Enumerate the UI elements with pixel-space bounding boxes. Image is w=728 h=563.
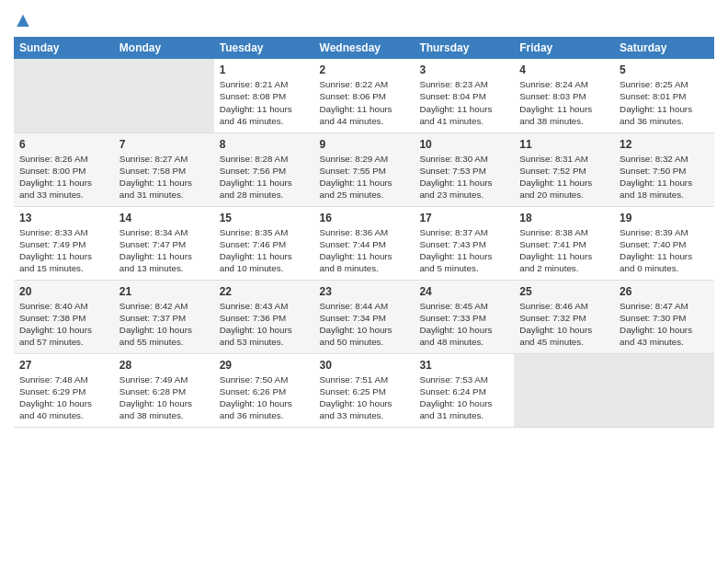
- calendar-cell: 25Sunrise: 8:46 AMSunset: 7:32 PMDayligh…: [514, 280, 614, 353]
- calendar-cell: 22Sunrise: 8:43 AMSunset: 7:36 PMDayligh…: [214, 280, 314, 353]
- day-info: Sunrise: 8:30 AMSunset: 7:53 PMDaylight:…: [419, 153, 508, 201]
- day-number: 6: [19, 137, 108, 152]
- day-info: Sunrise: 8:40 AMSunset: 7:38 PMDaylight:…: [19, 300, 108, 349]
- day-info: Sunrise: 7:53 AMSunset: 6:24 PMDaylight:…: [419, 373, 508, 422]
- calendar-cell: 26Sunrise: 8:47 AMSunset: 7:30 PMDayligh…: [614, 280, 714, 353]
- day-number: 9: [320, 137, 409, 152]
- calendar-cell: 13Sunrise: 8:33 AMSunset: 7:49 PMDayligh…: [14, 206, 114, 280]
- logo: [14, 13, 36, 31]
- day-number: 5: [620, 63, 709, 77]
- week-row-2: 6Sunrise: 8:26 AMSunset: 8:00 PMDaylight…: [14, 132, 714, 206]
- week-row-3: 13Sunrise: 8:33 AMSunset: 7:49 PMDayligh…: [14, 206, 714, 280]
- day-info: Sunrise: 8:45 AMSunset: 7:33 PMDaylight:…: [419, 300, 508, 349]
- day-info: Sunrise: 8:37 AMSunset: 7:43 PMDaylight:…: [419, 226, 508, 275]
- svg-marker-0: [17, 15, 28, 27]
- calendar-cell: 2Sunrise: 8:22 AMSunset: 8:06 PMDaylight…: [314, 59, 415, 132]
- day-number: 21: [119, 284, 209, 299]
- day-number: 12: [620, 137, 709, 152]
- calendar-cell: 16Sunrise: 8:36 AMSunset: 7:44 PMDayligh…: [314, 206, 415, 280]
- day-info: Sunrise: 7:48 AMSunset: 6:29 PMDaylight:…: [19, 373, 108, 422]
- calendar-cell: 17Sunrise: 8:37 AMSunset: 7:43 PMDayligh…: [414, 206, 514, 280]
- calendar-cell: 23Sunrise: 8:44 AMSunset: 7:34 PMDayligh…: [314, 280, 415, 353]
- calendar-cell: [14, 59, 114, 132]
- day-number: 1: [220, 63, 309, 77]
- day-number: 4: [519, 63, 609, 77]
- calendar-cell: 20Sunrise: 8:40 AMSunset: 7:38 PMDayligh…: [14, 280, 114, 353]
- day-number: 28: [119, 358, 209, 373]
- col-header-thursday: Thursday: [414, 37, 514, 59]
- logo-icon: [14, 13, 32, 31]
- calendar-cell: 10Sunrise: 8:30 AMSunset: 7:53 PMDayligh…: [414, 132, 514, 206]
- calendar-cell: [114, 59, 214, 132]
- calendar-cell: 8Sunrise: 8:28 AMSunset: 7:56 PMDaylight…: [214, 132, 314, 206]
- day-info: Sunrise: 8:34 AMSunset: 7:47 PMDaylight:…: [119, 226, 209, 275]
- calendar-cell: 7Sunrise: 8:27 AMSunset: 7:58 PMDaylight…: [114, 132, 214, 206]
- day-number: 3: [419, 63, 508, 77]
- day-info: Sunrise: 8:38 AMSunset: 7:41 PMDaylight:…: [519, 226, 609, 275]
- calendar-cell: 28Sunrise: 7:49 AMSunset: 6:28 PMDayligh…: [114, 353, 214, 427]
- day-number: 23: [320, 284, 409, 299]
- day-info: Sunrise: 8:24 AMSunset: 8:03 PMDaylight:…: [519, 78, 609, 127]
- day-number: 16: [320, 211, 409, 225]
- col-header-saturday: Saturday: [614, 37, 714, 59]
- calendar-cell: 30Sunrise: 7:51 AMSunset: 6:25 PMDayligh…: [314, 353, 415, 427]
- day-number: 24: [419, 284, 508, 299]
- day-info: Sunrise: 8:39 AMSunset: 7:40 PMDaylight:…: [620, 226, 709, 275]
- col-header-monday: Monday: [114, 37, 214, 59]
- day-info: Sunrise: 8:27 AMSunset: 7:58 PMDaylight:…: [119, 153, 209, 201]
- col-header-friday: Friday: [514, 37, 614, 59]
- calendar-cell: 15Sunrise: 8:35 AMSunset: 7:46 PMDayligh…: [214, 206, 314, 280]
- calendar-table: SundayMondayTuesdayWednesdayThursdayFrid…: [14, 37, 714, 428]
- day-number: 7: [119, 137, 209, 152]
- col-header-tuesday: Tuesday: [214, 37, 314, 59]
- day-info: Sunrise: 8:26 AMSunset: 8:00 PMDaylight:…: [19, 153, 108, 201]
- day-info: Sunrise: 8:25 AMSunset: 8:01 PMDaylight:…: [620, 78, 709, 127]
- calendar-cell: 3Sunrise: 8:23 AMSunset: 8:04 PMDaylight…: [414, 59, 514, 132]
- day-info: Sunrise: 7:51 AMSunset: 6:25 PMDaylight:…: [320, 373, 409, 422]
- calendar-cell: 14Sunrise: 8:34 AMSunset: 7:47 PMDayligh…: [114, 206, 214, 280]
- calendar-cell: 5Sunrise: 8:25 AMSunset: 8:01 PMDaylight…: [614, 59, 714, 132]
- calendar-cell: 31Sunrise: 7:53 AMSunset: 6:24 PMDayligh…: [414, 353, 514, 427]
- calendar-cell: 19Sunrise: 8:39 AMSunset: 7:40 PMDayligh…: [614, 206, 714, 280]
- col-header-sunday: Sunday: [14, 37, 114, 59]
- day-number: 17: [419, 211, 508, 225]
- day-info: Sunrise: 8:36 AMSunset: 7:44 PMDaylight:…: [320, 226, 409, 275]
- col-header-wednesday: Wednesday: [314, 37, 415, 59]
- day-number: 15: [220, 211, 309, 225]
- day-number: 25: [519, 284, 609, 299]
- day-number: 30: [320, 358, 409, 373]
- day-info: Sunrise: 8:46 AMSunset: 7:32 PMDaylight:…: [519, 300, 609, 349]
- main-container: SundayMondayTuesdayWednesdayThursdayFrid…: [0, 0, 728, 437]
- week-row-1: 1Sunrise: 8:21 AMSunset: 8:08 PMDaylight…: [14, 59, 714, 132]
- day-info: Sunrise: 8:47 AMSunset: 7:30 PMDaylight:…: [620, 300, 709, 349]
- week-row-4: 20Sunrise: 8:40 AMSunset: 7:38 PMDayligh…: [14, 280, 714, 353]
- calendar-cell: 1Sunrise: 8:21 AMSunset: 8:08 PMDaylight…: [214, 59, 314, 132]
- calendar-cell: 6Sunrise: 8:26 AMSunset: 8:00 PMDaylight…: [14, 132, 114, 206]
- day-info: Sunrise: 8:29 AMSunset: 7:55 PMDaylight:…: [320, 153, 409, 201]
- day-number: 26: [620, 284, 709, 299]
- day-info: Sunrise: 8:22 AMSunset: 8:06 PMDaylight:…: [320, 78, 409, 127]
- day-number: 29: [220, 358, 309, 373]
- calendar-header: SundayMondayTuesdayWednesdayThursdayFrid…: [14, 37, 714, 59]
- week-row-5: 27Sunrise: 7:48 AMSunset: 6:29 PMDayligh…: [14, 353, 714, 427]
- day-info: Sunrise: 8:43 AMSunset: 7:36 PMDaylight:…: [220, 300, 309, 349]
- day-info: Sunrise: 8:21 AMSunset: 8:08 PMDaylight:…: [220, 78, 309, 127]
- day-number: 13: [19, 211, 108, 225]
- calendar-cell: 24Sunrise: 8:45 AMSunset: 7:33 PMDayligh…: [414, 280, 514, 353]
- day-number: 27: [19, 358, 108, 373]
- day-number: 8: [220, 137, 309, 152]
- day-info: Sunrise: 8:23 AMSunset: 8:04 PMDaylight:…: [419, 78, 508, 127]
- day-info: Sunrise: 8:32 AMSunset: 7:50 PMDaylight:…: [620, 153, 709, 201]
- day-info: Sunrise: 8:42 AMSunset: 7:37 PMDaylight:…: [119, 300, 209, 349]
- calendar-cell: [514, 353, 614, 427]
- day-info: Sunrise: 8:33 AMSunset: 7:49 PMDaylight:…: [19, 226, 108, 275]
- header-row-days: SundayMondayTuesdayWednesdayThursdayFrid…: [14, 37, 714, 59]
- day-info: Sunrise: 8:35 AMSunset: 7:46 PMDaylight:…: [220, 226, 309, 275]
- calendar-cell: 21Sunrise: 8:42 AMSunset: 7:37 PMDayligh…: [114, 280, 214, 353]
- day-number: 22: [220, 284, 309, 299]
- calendar-cell: 18Sunrise: 8:38 AMSunset: 7:41 PMDayligh…: [514, 206, 614, 280]
- calendar-cell: 9Sunrise: 8:29 AMSunset: 7:55 PMDaylight…: [314, 132, 415, 206]
- day-info: Sunrise: 7:49 AMSunset: 6:28 PMDaylight:…: [119, 373, 209, 422]
- calendar-cell: 4Sunrise: 8:24 AMSunset: 8:03 PMDaylight…: [514, 59, 614, 132]
- day-number: 14: [119, 211, 209, 225]
